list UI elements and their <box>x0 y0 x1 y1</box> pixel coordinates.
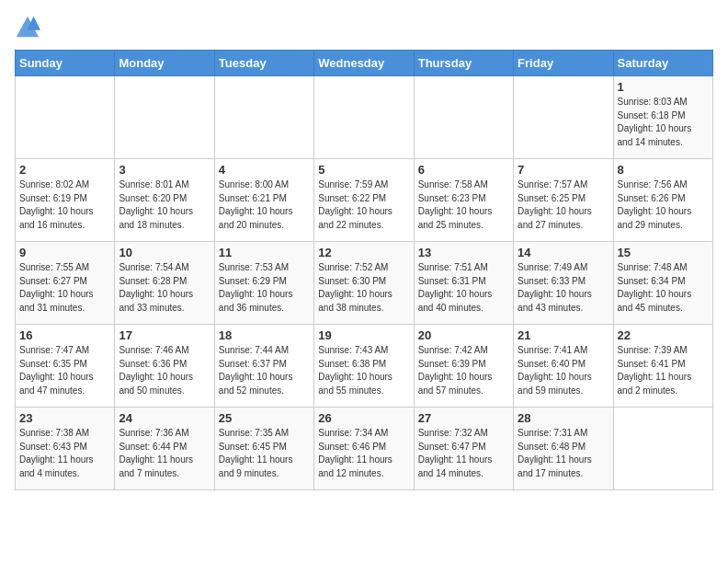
day-info: Sunrise: 7:46 AM Sunset: 6:36 PM Dayligh… <box>119 344 210 397</box>
day-info: Sunrise: 7:41 AM Sunset: 6:40 PM Dayligh… <box>518 344 609 397</box>
calendar-cell: 19Sunrise: 7:43 AM Sunset: 6:38 PM Dayli… <box>314 325 414 408</box>
day-info: Sunrise: 8:03 AM Sunset: 6:18 PM Dayligh… <box>618 96 709 149</box>
day-number: 25 <box>219 411 310 425</box>
calendar-week-row: 1Sunrise: 8:03 AM Sunset: 6:18 PM Daylig… <box>16 76 713 159</box>
calendar-week-row: 9Sunrise: 7:55 AM Sunset: 6:27 PM Daylig… <box>16 242 713 325</box>
day-number: 22 <box>618 328 709 342</box>
calendar-cell: 7Sunrise: 7:57 AM Sunset: 6:25 PM Daylig… <box>514 159 613 242</box>
calendar-cell: 17Sunrise: 7:46 AM Sunset: 6:36 PM Dayli… <box>115 325 214 408</box>
calendar-cell: 14Sunrise: 7:49 AM Sunset: 6:33 PM Dayli… <box>514 242 613 325</box>
day-number: 12 <box>318 246 409 259</box>
calendar-cell <box>613 408 712 490</box>
day-info: Sunrise: 7:32 AM Sunset: 6:47 PM Dayligh… <box>418 427 509 480</box>
day-info: Sunrise: 7:56 AM Sunset: 6:26 PM Dayligh… <box>618 178 709 232</box>
weekday-header-cell: Friday <box>514 51 613 76</box>
calendar-cell <box>514 76 613 159</box>
day-info: Sunrise: 7:58 AM Sunset: 6:23 PM Dayligh… <box>418 178 509 232</box>
calendar-cell: 28Sunrise: 7:31 AM Sunset: 6:48 PM Dayli… <box>514 408 613 490</box>
day-info: Sunrise: 7:59 AM Sunset: 6:22 PM Dayligh… <box>318 178 409 232</box>
weekday-header-cell: Saturday <box>613 51 712 76</box>
day-number: 26 <box>318 411 409 425</box>
calendar-cell: 21Sunrise: 7:41 AM Sunset: 6:40 PM Dayli… <box>514 325 613 408</box>
day-info: Sunrise: 8:02 AM Sunset: 6:19 PM Dayligh… <box>19 178 110 232</box>
day-info: Sunrise: 7:38 AM Sunset: 6:43 PM Dayligh… <box>19 427 110 480</box>
day-info: Sunrise: 7:39 AM Sunset: 6:41 PM Dayligh… <box>618 344 709 397</box>
day-info: Sunrise: 7:53 AM Sunset: 6:29 PM Dayligh… <box>219 261 310 315</box>
calendar-cell: 23Sunrise: 7:38 AM Sunset: 6:43 PM Dayli… <box>16 408 115 490</box>
calendar-cell: 3Sunrise: 8:01 AM Sunset: 6:20 PM Daylig… <box>115 159 214 242</box>
day-number: 24 <box>119 411 210 425</box>
calendar-cell <box>414 76 513 159</box>
day-number: 20 <box>418 328 509 342</box>
weekday-header-row: SundayMondayTuesdayWednesdayThursdayFrid… <box>16 51 713 76</box>
day-info: Sunrise: 7:36 AM Sunset: 6:44 PM Dayligh… <box>119 427 210 480</box>
day-number: 7 <box>518 163 609 177</box>
calendar-cell <box>115 76 214 159</box>
day-number: 28 <box>518 411 609 425</box>
logo-icon <box>15 15 40 40</box>
day-number: 1 <box>618 80 709 94</box>
day-info: Sunrise: 7:48 AM Sunset: 6:34 PM Dayligh… <box>618 261 709 315</box>
calendar-cell <box>16 76 115 159</box>
calendar-week-row: 16Sunrise: 7:47 AM Sunset: 6:35 PM Dayli… <box>16 325 713 408</box>
calendar-cell: 24Sunrise: 7:36 AM Sunset: 6:44 PM Dayli… <box>115 408 214 490</box>
day-number: 21 <box>518 328 609 342</box>
calendar-cell: 15Sunrise: 7:48 AM Sunset: 6:34 PM Dayli… <box>613 242 712 325</box>
calendar-cell: 5Sunrise: 7:59 AM Sunset: 6:22 PM Daylig… <box>314 159 414 242</box>
day-number: 27 <box>418 411 509 425</box>
page-header <box>15 15 713 40</box>
day-info: Sunrise: 7:52 AM Sunset: 6:30 PM Dayligh… <box>318 261 409 315</box>
day-number: 14 <box>518 246 609 259</box>
day-info: Sunrise: 7:44 AM Sunset: 6:37 PM Dayligh… <box>219 344 310 397</box>
day-info: Sunrise: 7:34 AM Sunset: 6:46 PM Dayligh… <box>318 427 409 480</box>
calendar-cell <box>314 76 414 159</box>
calendar-cell: 25Sunrise: 7:35 AM Sunset: 6:45 PM Dayli… <box>214 408 313 490</box>
day-number: 9 <box>19 246 110 259</box>
day-number: 11 <box>219 246 310 259</box>
calendar-cell: 27Sunrise: 7:32 AM Sunset: 6:47 PM Dayli… <box>414 408 513 490</box>
day-number: 16 <box>19 328 110 342</box>
calendar-table: SundayMondayTuesdayWednesdayThursdayFrid… <box>15 50 713 490</box>
calendar-cell: 16Sunrise: 7:47 AM Sunset: 6:35 PM Dayli… <box>16 325 115 408</box>
day-info: Sunrise: 7:54 AM Sunset: 6:28 PM Dayligh… <box>119 261 210 315</box>
calendar-cell: 11Sunrise: 7:53 AM Sunset: 6:29 PM Dayli… <box>214 242 313 325</box>
day-info: Sunrise: 7:42 AM Sunset: 6:39 PM Dayligh… <box>418 344 509 397</box>
day-number: 2 <box>19 163 110 177</box>
day-number: 5 <box>318 163 409 177</box>
day-info: Sunrise: 7:55 AM Sunset: 6:27 PM Dayligh… <box>19 261 110 315</box>
day-info: Sunrise: 7:51 AM Sunset: 6:31 PM Dayligh… <box>418 261 509 315</box>
day-number: 13 <box>418 246 509 259</box>
calendar-body: 1Sunrise: 8:03 AM Sunset: 6:18 PM Daylig… <box>16 76 713 490</box>
weekday-header-cell: Monday <box>115 51 214 76</box>
day-number: 6 <box>418 163 509 177</box>
day-info: Sunrise: 7:31 AM Sunset: 6:48 PM Dayligh… <box>518 427 609 480</box>
calendar-cell: 12Sunrise: 7:52 AM Sunset: 6:30 PM Dayli… <box>314 242 414 325</box>
day-info: Sunrise: 7:35 AM Sunset: 6:45 PM Dayligh… <box>219 427 310 480</box>
logo <box>15 15 44 40</box>
day-number: 4 <box>219 163 310 177</box>
day-info: Sunrise: 8:00 AM Sunset: 6:21 PM Dayligh… <box>219 178 310 232</box>
day-number: 8 <box>618 163 709 177</box>
calendar-cell: 8Sunrise: 7:56 AM Sunset: 6:26 PM Daylig… <box>613 159 712 242</box>
weekday-header-cell: Tuesday <box>214 51 313 76</box>
calendar-week-row: 2Sunrise: 8:02 AM Sunset: 6:19 PM Daylig… <box>16 159 713 242</box>
day-number: 3 <box>119 163 210 177</box>
day-number: 15 <box>618 246 709 259</box>
day-number: 19 <box>318 328 409 342</box>
day-info: Sunrise: 7:47 AM Sunset: 6:35 PM Dayligh… <box>19 344 110 397</box>
day-number: 23 <box>19 411 110 425</box>
day-info: Sunrise: 8:01 AM Sunset: 6:20 PM Dayligh… <box>119 178 210 232</box>
day-info: Sunrise: 7:49 AM Sunset: 6:33 PM Dayligh… <box>518 261 609 315</box>
day-info: Sunrise: 7:43 AM Sunset: 6:38 PM Dayligh… <box>318 344 409 397</box>
weekday-header-cell: Wednesday <box>314 51 414 76</box>
day-number: 18 <box>219 328 310 342</box>
calendar-cell: 22Sunrise: 7:39 AM Sunset: 6:41 PM Dayli… <box>613 325 712 408</box>
calendar-cell: 20Sunrise: 7:42 AM Sunset: 6:39 PM Dayli… <box>414 325 513 408</box>
calendar-cell: 1Sunrise: 8:03 AM Sunset: 6:18 PM Daylig… <box>613 76 712 159</box>
calendar-cell: 9Sunrise: 7:55 AM Sunset: 6:27 PM Daylig… <box>16 242 115 325</box>
day-number: 17 <box>119 328 210 342</box>
calendar-cell <box>214 76 313 159</box>
calendar-week-row: 23Sunrise: 7:38 AM Sunset: 6:43 PM Dayli… <box>16 408 713 490</box>
calendar-cell: 13Sunrise: 7:51 AM Sunset: 6:31 PM Dayli… <box>414 242 513 325</box>
day-info: Sunrise: 7:57 AM Sunset: 6:25 PM Dayligh… <box>518 178 609 232</box>
